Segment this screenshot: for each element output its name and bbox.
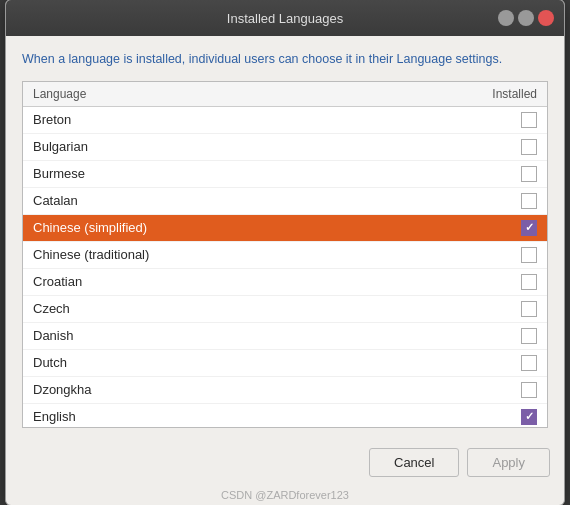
window-controls: − □ × bbox=[498, 10, 554, 26]
language-checkbox[interactable] bbox=[521, 193, 537, 209]
table-header: Language Installed bbox=[23, 82, 547, 107]
language-checkbox[interactable] bbox=[521, 247, 537, 263]
language-label: Catalan bbox=[33, 193, 78, 208]
language-label: Danish bbox=[33, 328, 73, 343]
header-language: Language bbox=[33, 87, 86, 101]
table-row[interactable]: Danish bbox=[23, 323, 547, 350]
language-label: Czech bbox=[33, 301, 70, 316]
apply-button[interactable]: Apply bbox=[467, 448, 550, 477]
language-label: Breton bbox=[33, 112, 71, 127]
language-checkbox[interactable] bbox=[521, 328, 537, 344]
language-label: English bbox=[33, 409, 76, 424]
language-label: Chinese (simplified) bbox=[33, 220, 147, 235]
info-text: When a language is installed, individual… bbox=[22, 50, 548, 69]
language-checkbox[interactable] bbox=[521, 301, 537, 317]
header-installed: Installed bbox=[492, 87, 537, 101]
maximize-button[interactable]: □ bbox=[518, 10, 534, 26]
table-row[interactable]: English bbox=[23, 404, 547, 427]
table-row[interactable]: Dzongkha bbox=[23, 377, 547, 404]
language-checkbox[interactable] bbox=[521, 409, 537, 425]
table-row[interactable]: Bulgarian bbox=[23, 134, 547, 161]
language-checkbox[interactable] bbox=[521, 112, 537, 128]
language-checkbox[interactable] bbox=[521, 274, 537, 290]
language-checkbox[interactable] bbox=[521, 382, 537, 398]
table-row[interactable]: Chinese (simplified) bbox=[23, 215, 547, 242]
language-label: Croatian bbox=[33, 274, 82, 289]
table-row[interactable]: Catalan bbox=[23, 188, 547, 215]
language-label: Dzongkha bbox=[33, 382, 92, 397]
language-label: Bulgarian bbox=[33, 139, 88, 154]
cancel-button[interactable]: Cancel bbox=[369, 448, 459, 477]
table-row[interactable]: Chinese (traditional) bbox=[23, 242, 547, 269]
table-row[interactable]: Burmese bbox=[23, 161, 547, 188]
language-checkbox[interactable] bbox=[521, 220, 537, 236]
language-checkbox[interactable] bbox=[521, 355, 537, 371]
table-row[interactable]: Dutch bbox=[23, 350, 547, 377]
content-area: When a language is installed, individual… bbox=[6, 36, 564, 438]
table-row[interactable]: Croatian bbox=[23, 269, 547, 296]
language-checkbox[interactable] bbox=[521, 166, 537, 182]
language-checkbox[interactable] bbox=[521, 139, 537, 155]
language-label: Burmese bbox=[33, 166, 85, 181]
languages-table: Language Installed BretonBulgarianBurmes… bbox=[22, 81, 548, 428]
close-button[interactable]: × bbox=[538, 10, 554, 26]
titlebar: Installed Languages − □ × bbox=[6, 0, 564, 36]
window-title: Installed Languages bbox=[227, 11, 343, 26]
table-row[interactable]: Breton bbox=[23, 107, 547, 134]
main-window: Installed Languages − □ × When a languag… bbox=[5, 0, 565, 505]
language-label: Chinese (traditional) bbox=[33, 247, 149, 262]
minimize-button[interactable]: − bbox=[498, 10, 514, 26]
table-rows: BretonBulgarianBurmeseCatalanChinese (si… bbox=[23, 107, 547, 427]
language-label: Dutch bbox=[33, 355, 67, 370]
watermark: CSDN @ZARDforever123 bbox=[6, 489, 564, 505]
table-row[interactable]: Czech bbox=[23, 296, 547, 323]
footer: Cancel Apply bbox=[6, 438, 564, 489]
